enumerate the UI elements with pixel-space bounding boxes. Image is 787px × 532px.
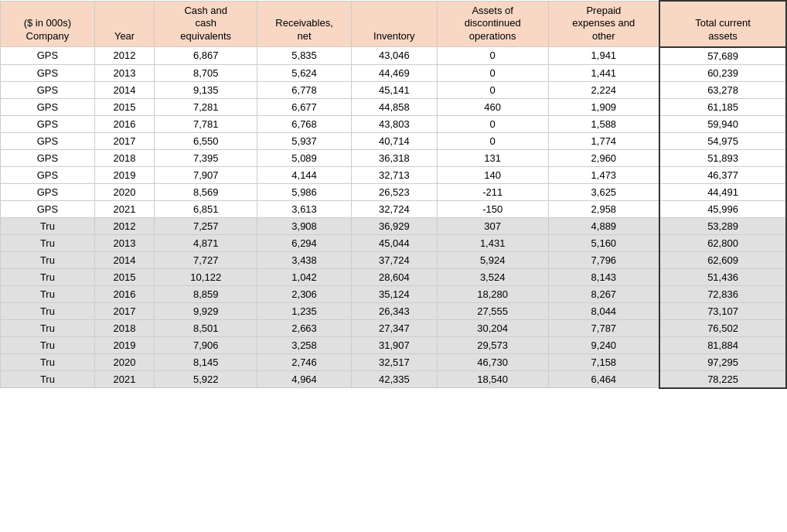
prepaid-cell: 1,473 <box>548 166 659 183</box>
receivables-cell: 5,089 <box>257 149 352 166</box>
company-cell: Tru <box>1 370 95 388</box>
inventory-cell: 45,044 <box>351 234 437 251</box>
year-header: Year <box>94 1 155 47</box>
table-row: GPS20176,5505,93740,71401,77454,975 <box>1 132 787 149</box>
prepaid-cell: 2,224 <box>548 81 659 98</box>
cash-cell: 9,929 <box>155 302 257 319</box>
assets-cell: 30,204 <box>437 319 548 336</box>
assets-cell: 131 <box>437 149 548 166</box>
company-cell: GPS <box>1 115 95 132</box>
table-row: GPS20187,3955,08936,3181312,96051,893 <box>1 149 787 166</box>
company-cell: Tru <box>1 319 95 336</box>
assets-cell: 0 <box>437 47 548 65</box>
cash-cell: 6,550 <box>155 132 257 149</box>
prepaid-cell: 4,889 <box>548 217 659 234</box>
year-cell: 2016 <box>94 115 155 132</box>
table-row: Tru201510,1221,04228,6043,5248,14351,436 <box>1 268 787 285</box>
assets-cell: -150 <box>437 200 548 217</box>
table-row: GPS20138,7055,62444,46901,44160,239 <box>1 64 787 81</box>
cash-cell: 7,281 <box>155 98 257 115</box>
company-cell: GPS <box>1 64 95 81</box>
cash-cell: 6,851 <box>155 200 257 217</box>
year-cell: 2014 <box>94 81 155 98</box>
inventory-cell: 43,046 <box>351 47 437 65</box>
company-cell: Tru <box>1 234 95 251</box>
table-row: Tru20188,5012,66327,34730,2047,78776,502 <box>1 319 787 336</box>
inventory-cell: 26,343 <box>351 302 437 319</box>
table-row: Tru20168,8592,30635,12418,2808,26772,836 <box>1 285 787 302</box>
table-row: Tru20197,9063,25831,90729,5739,24081,884 <box>1 336 787 353</box>
assets-cell: 18,540 <box>437 370 548 388</box>
company-cell: GPS <box>1 200 95 217</box>
year-cell: 2019 <box>94 166 155 183</box>
assets-cell: 3,524 <box>437 268 548 285</box>
prepaid-cell: 1,941 <box>548 47 659 65</box>
assets-cell: 29,573 <box>437 336 548 353</box>
total-cell: 57,689 <box>659 47 786 65</box>
year-cell: 2013 <box>94 234 155 251</box>
company-cell: GPS <box>1 47 95 65</box>
year-cell: 2017 <box>94 132 155 149</box>
receivables-cell: 4,964 <box>257 370 352 388</box>
table-row: Tru20127,2573,90836,9293074,88953,289 <box>1 217 787 234</box>
company-cell: GPS <box>1 149 95 166</box>
company-header: ($ in 000s) Company <box>1 1 95 47</box>
inventory-cell: 32,713 <box>351 166 437 183</box>
receivables-cell: 5,835 <box>257 47 352 65</box>
cash-cell: 8,501 <box>155 319 257 336</box>
financial-table: ($ in 000s) Company Year Cash and cash e… <box>0 0 787 389</box>
table-row: Tru20147,7273,43837,7245,9247,79662,609 <box>1 251 787 268</box>
receivables-cell: 1,042 <box>257 268 352 285</box>
year-cell: 2014 <box>94 251 155 268</box>
table-row: GPS20149,1356,77845,14102,22463,278 <box>1 81 787 98</box>
prepaid-cell: 8,143 <box>548 268 659 285</box>
prepaid-cell: 7,796 <box>548 251 659 268</box>
company-cell: Tru <box>1 251 95 268</box>
inventory-cell: 35,124 <box>351 285 437 302</box>
inventory-cell: 43,803 <box>351 115 437 132</box>
total-cell: 46,377 <box>659 166 786 183</box>
prepaid-cell: 2,958 <box>548 200 659 217</box>
prepaid-cell: 7,158 <box>548 353 659 370</box>
cash-cell: 8,705 <box>155 64 257 81</box>
total-cell: 61,185 <box>659 98 786 115</box>
inventory-cell: 45,141 <box>351 81 437 98</box>
inventory-cell: 42,335 <box>351 370 437 388</box>
inventory-cell: 36,318 <box>351 149 437 166</box>
year-cell: 2020 <box>94 353 155 370</box>
cash-cell: 7,257 <box>155 217 257 234</box>
company-cell: GPS <box>1 166 95 183</box>
assets-header: Assets of discontinued operations <box>437 1 548 47</box>
year-cell: 2013 <box>94 64 155 81</box>
company-cell: GPS <box>1 81 95 98</box>
inventory-cell: 32,724 <box>351 200 437 217</box>
cash-cell: 10,122 <box>155 268 257 285</box>
cash-cell: 7,727 <box>155 251 257 268</box>
cash-cell: 7,907 <box>155 166 257 183</box>
prepaid-cell: 1,441 <box>548 64 659 81</box>
year-cell: 2018 <box>94 319 155 336</box>
total-cell: 63,278 <box>659 81 786 98</box>
assets-cell: 460 <box>437 98 548 115</box>
receivables-cell: 2,663 <box>257 319 352 336</box>
prepaid-cell: 3,625 <box>548 183 659 200</box>
cash-cell: 9,135 <box>155 81 257 98</box>
year-cell: 2020 <box>94 183 155 200</box>
assets-cell: 0 <box>437 81 548 98</box>
assets-cell: 1,431 <box>437 234 548 251</box>
prepaid-cell: 6,464 <box>548 370 659 388</box>
company-cell: GPS <box>1 98 95 115</box>
cash-cell: 8,569 <box>155 183 257 200</box>
year-cell: 2018 <box>94 149 155 166</box>
cash-cell: 5,922 <box>155 370 257 388</box>
company-cell: Tru <box>1 285 95 302</box>
total-cell: 45,996 <box>659 200 786 217</box>
assets-cell: 46,730 <box>437 353 548 370</box>
prepaid-cell: 7,787 <box>548 319 659 336</box>
receivables-cell: 1,235 <box>257 302 352 319</box>
company-cell: Tru <box>1 217 95 234</box>
year-cell: 2012 <box>94 47 155 65</box>
total-cell: 62,800 <box>659 234 786 251</box>
table-header-row: ($ in 000s) Company Year Cash and cash e… <box>1 1 787 47</box>
total-cell: 72,836 <box>659 285 786 302</box>
